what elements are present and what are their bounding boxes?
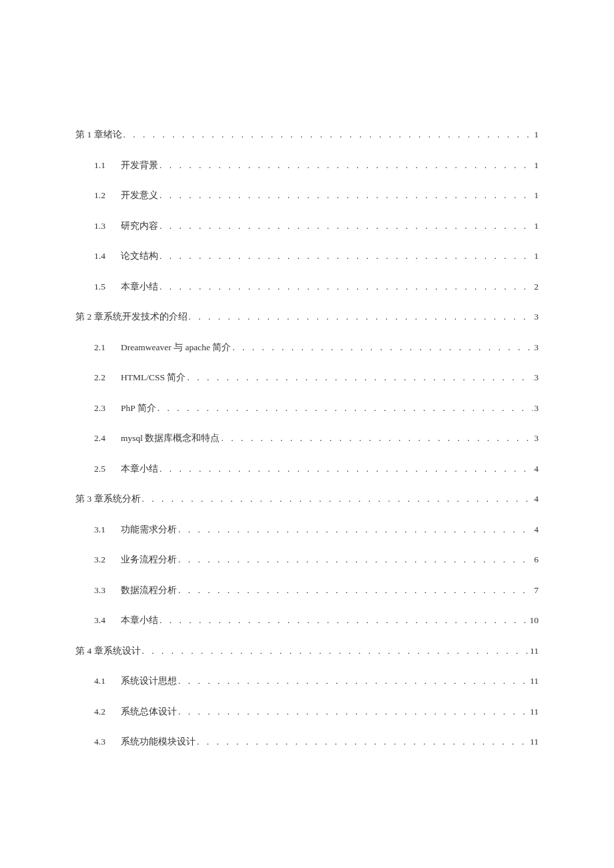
toc-entry-page: 4 bbox=[534, 494, 539, 504]
toc-leader-dots bbox=[189, 312, 533, 322]
toc-entry-title: HTML/CSS 简介 bbox=[121, 373, 186, 382]
toc-leader-dots bbox=[221, 434, 533, 443]
toc-leader-dots bbox=[197, 737, 529, 747]
toc-entry-title: 开发背景 bbox=[121, 161, 158, 170]
toc-leader-dots bbox=[160, 222, 533, 231]
toc-entry-title: 第 4 章系统设计 bbox=[75, 646, 141, 656]
toc-entry: 2.1Dreamweaver 与 apache 简介3 bbox=[94, 343, 539, 352]
toc-entry-title: mysql 数据库概念和特点 bbox=[121, 434, 220, 443]
toc-entry-title: 论文结构 bbox=[121, 252, 158, 261]
toc-leader-dots bbox=[178, 555, 533, 564]
toc-leader-dots bbox=[232, 343, 533, 352]
toc-entry-page: 3 bbox=[534, 373, 539, 382]
toc-entry-title: 业务流程分析 bbox=[121, 555, 177, 564]
toc-entry-number: 3.4 bbox=[94, 616, 114, 625]
toc-leader-dots bbox=[123, 130, 533, 139]
toc-entry-title: 本章小结 bbox=[121, 616, 158, 625]
toc-entry: 2.2HTML/CSS 简介3 bbox=[94, 373, 539, 382]
toc-entry-number: 2.1 bbox=[94, 343, 114, 352]
toc-entry: 第 3 章系统分析4 bbox=[75, 494, 539, 504]
toc-entry-page: 4 bbox=[534, 525, 539, 534]
toc-list: 第 1 章绪论11.1开发背景11.2开发意义11.3研究内容11.4论文结构1… bbox=[75, 130, 539, 747]
toc-entry-number: 4.1 bbox=[94, 677, 114, 686]
toc-entry-title: 第 3 章系统分析 bbox=[75, 494, 141, 504]
toc-entry: 第 4 章系统设计11 bbox=[75, 646, 539, 656]
toc-page: 第 1 章绪论11.1开发背景11.2开发意义11.3研究内容11.4论文结构1… bbox=[0, 0, 614, 808]
toc-entry-title: 系统功能模块设计 bbox=[121, 737, 196, 747]
toc-entry-title: 系统设计思想 bbox=[121, 677, 177, 686]
toc-entry: 1.5本章小结2 bbox=[94, 282, 539, 292]
toc-leader-dots bbox=[187, 373, 533, 382]
toc-entry-title: 第 2 章系统开发技术的介绍 bbox=[75, 312, 188, 322]
toc-entry-page: 3 bbox=[534, 343, 539, 352]
toc-entry-title: 第 1 章绪论 bbox=[75, 130, 122, 139]
toc-entry: 4.1系统设计思想11 bbox=[94, 677, 539, 686]
toc-leader-dots bbox=[178, 677, 529, 686]
toc-entry-title: 本章小结 bbox=[121, 282, 158, 292]
toc-entry-number: 2.3 bbox=[94, 404, 114, 413]
toc-entry: 4.2系统总体设计11 bbox=[94, 707, 539, 717]
toc-entry-number: 2.4 bbox=[94, 434, 114, 443]
toc-entry-page: 11 bbox=[530, 677, 539, 686]
toc-leader-dots bbox=[142, 494, 533, 504]
toc-entry-title: 系统总体设计 bbox=[121, 707, 177, 717]
toc-entry-page: 1 bbox=[534, 130, 539, 139]
toc-entry-page: 11 bbox=[530, 737, 539, 747]
toc-entry-page: 4 bbox=[534, 464, 539, 474]
toc-entry-page: 6 bbox=[534, 555, 539, 564]
toc-entry: 3.1功能需求分析4 bbox=[94, 525, 539, 534]
toc-leader-dots bbox=[160, 161, 533, 170]
toc-entry-page: 1 bbox=[534, 222, 539, 231]
toc-leader-dots bbox=[178, 707, 529, 717]
toc-entry: 4.3系统功能模块设计11 bbox=[94, 737, 539, 747]
toc-leader-dots bbox=[160, 464, 533, 474]
toc-entry-page: 3 bbox=[534, 404, 539, 413]
toc-entry-number: 1.2 bbox=[94, 191, 114, 200]
toc-entry-page: 11 bbox=[530, 646, 539, 656]
toc-leader-dots bbox=[160, 282, 533, 292]
toc-entry: 第 1 章绪论1 bbox=[75, 130, 539, 139]
toc-entry-page: 2 bbox=[534, 282, 539, 292]
toc-leader-dots bbox=[160, 191, 533, 200]
toc-entry-page: 7 bbox=[534, 586, 539, 595]
toc-leader-dots bbox=[158, 404, 533, 413]
toc-entry: 2.5本章小结4 bbox=[94, 464, 539, 474]
toc-entry: 第 2 章系统开发技术的介绍3 bbox=[75, 312, 539, 322]
toc-entry-page: 1 bbox=[534, 252, 539, 261]
toc-entry-number: 1.5 bbox=[94, 282, 114, 292]
toc-entry-page: 11 bbox=[530, 707, 539, 717]
toc-entry-number: 3.2 bbox=[94, 555, 114, 564]
toc-entry-title: PhP 简介 bbox=[121, 404, 156, 413]
toc-entry-number: 4.2 bbox=[94, 707, 114, 717]
toc-entry-page: 3 bbox=[534, 434, 539, 443]
toc-entry: 1.3研究内容1 bbox=[94, 222, 539, 231]
toc-entry-number: 1.1 bbox=[94, 161, 114, 170]
toc-entry-number: 1.4 bbox=[94, 252, 114, 261]
toc-entry-title: 本章小结 bbox=[121, 464, 158, 474]
toc-entry: 3.4本章小结10 bbox=[94, 616, 539, 625]
toc-leader-dots bbox=[160, 616, 529, 625]
toc-entry-title: 数据流程分析 bbox=[121, 586, 177, 595]
toc-entry: 3.3数据流程分析7 bbox=[94, 586, 539, 595]
toc-entry-number: 2.2 bbox=[94, 373, 114, 382]
toc-entry: 2.4mysql 数据库概念和特点3 bbox=[94, 434, 539, 443]
toc-leader-dots bbox=[178, 525, 533, 534]
toc-entry-title: 研究内容 bbox=[121, 222, 158, 231]
toc-entry-page: 1 bbox=[534, 161, 539, 170]
toc-entry-title: 开发意义 bbox=[121, 191, 158, 200]
toc-entry: 3.2业务流程分析6 bbox=[94, 555, 539, 564]
toc-entry: 2.3PhP 简介3 bbox=[94, 404, 539, 413]
toc-entry-title: 功能需求分析 bbox=[121, 525, 177, 534]
toc-entry: 1.1开发背景1 bbox=[94, 161, 539, 170]
toc-entry-number: 3.3 bbox=[94, 586, 114, 595]
toc-entry-page: 10 bbox=[530, 616, 539, 625]
toc-entry-number: 4.3 bbox=[94, 737, 114, 747]
toc-entry-page: 3 bbox=[534, 312, 539, 322]
toc-entry: 1.4论文结构1 bbox=[94, 252, 539, 261]
toc-entry-number: 3.1 bbox=[94, 525, 114, 534]
toc-entry-page: 1 bbox=[534, 191, 539, 200]
toc-entry-number: 2.5 bbox=[94, 464, 114, 474]
toc-entry: 1.2开发意义1 bbox=[94, 191, 539, 200]
toc-leader-dots bbox=[178, 586, 533, 595]
toc-entry-title: Dreamweaver 与 apache 简介 bbox=[121, 343, 231, 352]
